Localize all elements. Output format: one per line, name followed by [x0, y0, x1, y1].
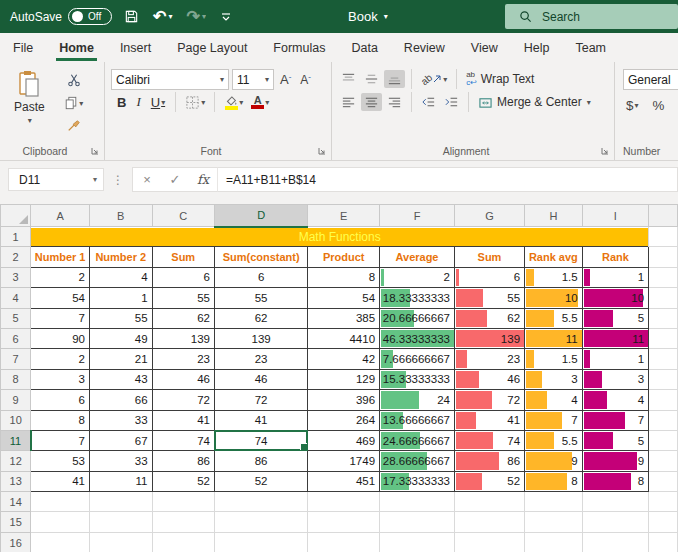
cell-partial-5[interactable] [649, 308, 678, 328]
cell-D5[interactable]: 62 [214, 308, 307, 328]
cell-F11[interactable]: 24.66666667 [380, 430, 455, 450]
percent-style-button[interactable]: % [649, 96, 667, 115]
cell-H14[interactable] [525, 492, 583, 512]
cell-E2[interactable]: Product [308, 247, 380, 267]
column-header-i[interactable]: I [582, 205, 648, 227]
cell-D2[interactable]: Sum(constant) [214, 247, 307, 267]
cell-partial-12[interactable] [649, 451, 678, 471]
font-size-select[interactable]: 11 ▾ [232, 69, 274, 90]
cell-partial-6[interactable] [649, 328, 678, 348]
cell-F5[interactable]: 20.66666667 [380, 308, 455, 328]
tab-view[interactable]: View [458, 33, 511, 62]
cell-G11[interactable]: 74 [454, 430, 524, 450]
cell-partial-8[interactable] [649, 369, 678, 389]
sheet-title-merged-cell[interactable]: Math Functions [31, 227, 649, 247]
row-header-9[interactable]: 9 [1, 390, 31, 410]
cell-I9[interactable]: 4 [582, 390, 648, 410]
row-header-1[interactable]: 1 [1, 227, 31, 247]
autosave-control[interactable]: AutoSave Off [10, 8, 112, 25]
cell-partial-9[interactable] [649, 390, 678, 410]
cell-B8[interactable]: 43 [89, 369, 152, 389]
cell-I13[interactable]: 8 [582, 471, 648, 491]
cell-G13[interactable]: 52 [454, 471, 524, 491]
cell-C11[interactable]: 74 [152, 430, 214, 450]
cell-A4[interactable]: 54 [31, 288, 90, 308]
document-title[interactable]: Book ▾ [348, 0, 388, 33]
formula-input[interactable]: =A11+B11+B$14 [217, 167, 678, 192]
cell-G2[interactable]: Sum [454, 247, 524, 267]
row-header-6[interactable]: 6 [1, 328, 31, 348]
redo-button[interactable]: ↷ ▾ [184, 7, 207, 27]
cell-F7[interactable]: 7.666666667 [380, 349, 455, 369]
fill-color-button[interactable]: ▾ [221, 93, 246, 112]
cell-I8[interactable]: 3 [582, 369, 648, 389]
cell-G4[interactable]: 55 [454, 288, 524, 308]
cell-B16[interactable] [89, 532, 152, 552]
row-header-10[interactable]: 10 [1, 410, 31, 430]
cell-F13[interactable]: 17.33333333 [380, 471, 455, 491]
cell-F4[interactable]: 18.33333333 [380, 288, 455, 308]
cell-I12[interactable]: 9 [582, 451, 648, 471]
tab-review[interactable]: Review [391, 33, 458, 62]
row-header-16[interactable]: 16 [1, 532, 31, 552]
cell-A10[interactable]: 8 [31, 410, 90, 430]
cut-button[interactable] [61, 71, 86, 89]
cell-B13[interactable]: 11 [89, 471, 152, 491]
cell-E7[interactable]: 42 [308, 349, 380, 369]
row-header-7[interactable]: 7 [1, 349, 31, 369]
tab-team[interactable]: Team [562, 33, 619, 62]
decrease-indent-button[interactable] [418, 93, 439, 111]
insert-function-button[interactable]: fx [189, 169, 217, 190]
cell-H16[interactable] [525, 532, 583, 552]
cell-G10[interactable]: 41 [454, 410, 524, 430]
autosave-toggle[interactable]: Off [68, 8, 112, 25]
cell-partial-7[interactable] [649, 349, 678, 369]
cell-F12[interactable]: 28.66666667 [380, 451, 455, 471]
cell-C9[interactable]: 72 [152, 390, 214, 410]
column-header-b[interactable]: B [89, 205, 152, 227]
cell-partial-2[interactable] [649, 247, 678, 267]
cell-I6[interactable]: 11 [582, 328, 648, 348]
alignment-dialog-launcher[interactable] [600, 146, 610, 156]
cell-C5[interactable]: 62 [152, 308, 214, 328]
cell-partial-11[interactable] [649, 430, 678, 450]
row-header-14[interactable]: 14 [1, 492, 31, 512]
cell-H2[interactable]: Rank avg [525, 247, 583, 267]
tab-home[interactable]: Home [46, 33, 107, 62]
cell-G12[interactable]: 86 [454, 451, 524, 471]
underline-button[interactable]: U▾ [147, 94, 169, 111]
cell-H7[interactable]: 1.5 [525, 349, 583, 369]
cell-G3[interactable]: 6 [454, 267, 524, 287]
cell-G14[interactable] [454, 492, 524, 512]
row-header-13[interactable]: 13 [1, 471, 31, 491]
font-dialog-launcher[interactable] [317, 146, 327, 156]
cell-H12[interactable]: 9 [525, 451, 583, 471]
cell-H13[interactable]: 8 [525, 471, 583, 491]
cell-C14[interactable] [152, 492, 214, 512]
align-left-button[interactable] [338, 93, 359, 111]
middle-align-button[interactable] [361, 70, 382, 88]
tab-data[interactable]: Data [338, 33, 390, 62]
cell-F6[interactable]: 46.33333333 [380, 328, 455, 348]
cell-B5[interactable]: 55 [89, 308, 152, 328]
merge-center-button[interactable]: Merge & Center ▾ [475, 94, 594, 110]
cell-G16[interactable] [454, 532, 524, 552]
cell-A6[interactable]: 90 [31, 328, 90, 348]
cell-I2[interactable]: Rank [582, 247, 648, 267]
number-format-select[interactable]: General [623, 69, 678, 90]
cell-C12[interactable]: 86 [152, 451, 214, 471]
name-box[interactable]: D11 ▾ [8, 168, 104, 191]
cell-I15[interactable] [582, 512, 648, 532]
cell-F3[interactable]: 2 [380, 267, 455, 287]
cell-E8[interactable]: 129 [308, 369, 380, 389]
cell-A12[interactable]: 53 [31, 451, 90, 471]
cell-E9[interactable]: 396 [308, 390, 380, 410]
cell-F15[interactable] [380, 512, 455, 532]
cell-A13[interactable]: 41 [31, 471, 90, 491]
customize-quick-access-button[interactable] [218, 9, 234, 25]
cell-H11[interactable]: 5.5 [525, 430, 583, 450]
cell-A15[interactable] [31, 512, 90, 532]
wrap-text-button[interactable]: abc↩ Wrap Text [463, 70, 537, 88]
cell-H3[interactable]: 1.5 [525, 267, 583, 287]
column-header-c[interactable]: C [152, 205, 214, 227]
